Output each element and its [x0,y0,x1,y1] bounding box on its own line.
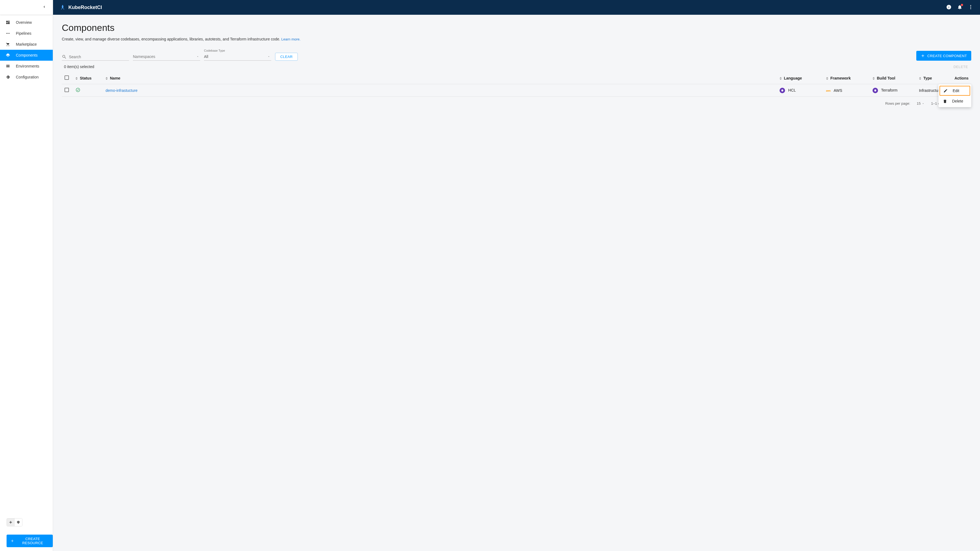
sidebar-item-label: Environments [16,64,40,68]
sidebar-item-components[interactable]: Components [0,50,53,61]
create-component-button[interactable]: CREATE COMPONENT [916,51,971,61]
rows-per-page-label: Rows per page: [885,102,910,105]
brand[interactable]: KubeRocketCI [60,5,102,10]
col-name: Name [110,76,120,80]
theme-rocket-button[interactable] [7,518,14,526]
dashboard-icon [5,20,10,25]
notification-dot [961,4,963,6]
content: Components Create, view, and manage dive… [53,15,980,551]
rocket-icon [60,5,65,10]
brand-label: KubeRocketCI [68,5,102,10]
context-delete[interactable]: Delete [939,96,971,106]
layers-icon [5,53,10,58]
notifications-icon[interactable] [957,5,963,11]
create-resource-button[interactable]: CREATE RESOURCE [6,535,53,547]
search-input-wrapper [62,54,129,61]
col-status: Status [80,76,92,80]
chevron-down-icon [267,55,270,58]
svg-point-3 [76,88,80,92]
sidebar-collapse-icon[interactable] [42,5,46,10]
sort-icon[interactable] [780,77,782,80]
col-framework: Framework [830,76,851,80]
col-language: Language [784,76,802,80]
sidebar-nav: Overview Pipelines Marketplace Component… [0,15,53,518]
row-language: HCL [788,88,796,92]
page-title: Components [62,22,971,33]
search-input[interactable] [69,55,129,59]
info-icon[interactable] [946,5,951,11]
terraform-icon [873,88,878,93]
aws-icon: aws [826,89,831,92]
sidebar-header [0,0,53,15]
trash-icon [943,99,947,103]
sort-icon[interactable] [105,77,108,80]
sidebar-item-marketplace[interactable]: Marketplace [0,39,53,50]
codebase-type-select[interactable]: All [204,53,271,61]
sidebar: Overview Pipelines Marketplace Component… [0,0,53,551]
create-resource-label: CREATE RESOURCE [16,537,49,545]
sidebar-item-pipelines[interactable]: Pipelines [0,28,53,39]
col-actions: Actions [955,76,969,80]
pagination: Rows per page: 15 1–1 of 1 [62,100,971,107]
sort-icon[interactable] [873,77,875,80]
cart-icon [5,42,10,47]
codebase-type-label: Codebase Type [204,49,271,52]
sort-icon[interactable] [75,77,78,80]
selection-text: 0 item(s) selected [64,65,94,69]
sidebar-footer: CREATE RESOURCE [0,518,53,551]
row-name-link[interactable]: demo-infrastucture [105,88,138,93]
table-row: demo-infrastucture HCL aws AWS Terraform [62,84,971,97]
selection-row: 0 item(s) selected DELETE [64,65,971,69]
rows-per-page-select[interactable]: 15 [917,102,924,105]
sort-icon[interactable] [919,77,921,80]
namespaces-select[interactable]: Namespaces [133,53,200,61]
svg-point-1 [970,6,971,7]
svg-point-0 [970,5,971,6]
namespaces-placeholder: Namespaces [133,54,155,59]
row-checkbox[interactable] [65,88,69,92]
search-icon [62,54,67,59]
codebase-type-value: All [204,54,208,59]
row-framework: AWS [834,88,842,93]
learn-more-link[interactable]: Learn more. [282,37,301,41]
sort-icon[interactable] [826,77,828,80]
row-build-tool: Terraform [881,88,897,92]
select-all-checkbox[interactable] [65,75,69,80]
pipelines-icon [5,31,10,36]
sidebar-item-overview[interactable]: Overview [0,17,53,28]
svg-point-2 [970,8,971,9]
gear-icon [5,75,10,79]
list-icon [5,64,10,68]
hcl-icon [780,88,785,93]
page-description: Create, view, and manage diverse codebas… [62,37,971,41]
components-table: Status Name Language Framework Build Too… [62,72,971,97]
context-delete-label: Delete [952,99,963,103]
sidebar-item-environments[interactable]: Environments [0,61,53,71]
col-type: Type [923,76,932,80]
sidebar-item-label: Pipelines [16,31,32,35]
topbar: KubeRocketCI [53,0,980,15]
clear-button[interactable]: CLEAR [275,53,298,61]
create-component-label: CREATE COMPONENT [927,54,967,58]
row-context-menu: Edit Delete [939,84,971,107]
chevron-down-icon [922,102,924,105]
sidebar-item-configuration[interactable]: Configuration [0,71,53,83]
theme-toggle [6,518,22,526]
sidebar-item-label: Overview [16,20,32,25]
col-build-tool: Build Tool [877,76,895,80]
edit-icon [943,89,948,93]
row-type: Infrastructure [919,88,942,93]
context-edit-label: Edit [953,89,959,93]
chevron-down-icon [196,55,199,58]
context-edit[interactable]: Edit [940,86,970,96]
filters: Namespaces Codebase Type All CLEAR CREAT… [62,49,971,61]
theme-k8s-button[interactable] [14,518,22,526]
sidebar-item-label: Configuration [16,75,38,79]
more-icon[interactable] [968,5,974,11]
sidebar-item-label: Components [16,53,37,57]
status-ok-icon [75,87,80,92]
bulk-delete-button[interactable]: DELETE [953,65,968,69]
sidebar-item-label: Marketplace [16,42,37,46]
